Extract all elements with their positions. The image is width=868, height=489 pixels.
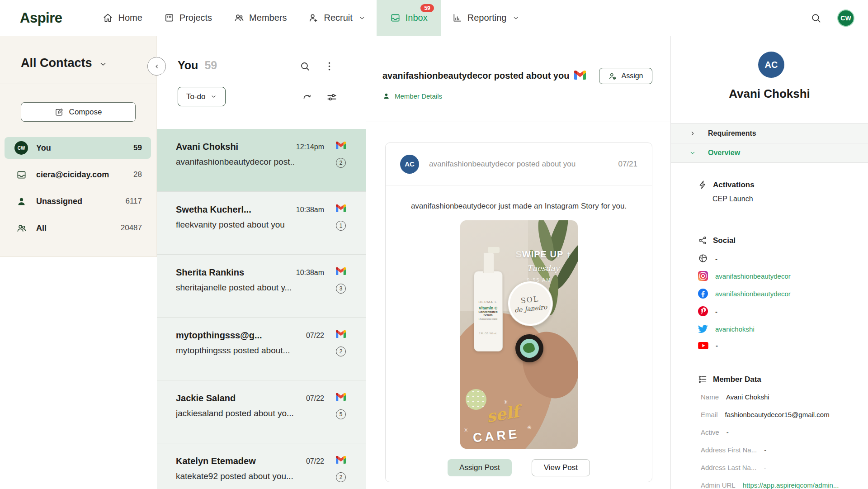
search-icon — [810, 12, 822, 24]
nav-label: Reporting — [467, 13, 507, 23]
divider — [0, 84, 156, 84]
section-label: Overview — [708, 149, 740, 157]
message-row[interactable]: mytopthingsss@g... 07/22 mytopthingsss p… — [157, 318, 366, 380]
mailbox-count: 59 — [133, 143, 142, 152]
sparkle: ✳ — [464, 427, 468, 433]
contacts-sidebar-inner: All Contacts Compose CW You 59 ciera@cic… — [0, 36, 157, 257]
social-link[interactable]: avanifashionbeautydecor — [715, 290, 791, 298]
filter-settings-button[interactable] — [326, 91, 338, 103]
social-link[interactable]: avanifashionbeautydecor — [715, 272, 791, 280]
social-row-instagram: avanifashionbeautydecor — [671, 271, 868, 281]
bolt-icon — [698, 180, 708, 190]
social-link[interactable]: avanichokshi — [715, 325, 755, 333]
nav-item-recruit[interactable]: Recruit — [297, 0, 376, 36]
mailbox-item-all[interactable]: All 20487 — [5, 217, 151, 239]
nav-item-projects[interactable]: Projects — [153, 0, 223, 36]
people-icon — [14, 223, 28, 233]
story-swipe-up-text: SWIPE UP ↑ — [516, 249, 571, 260]
gmail-icon — [574, 71, 586, 80]
avatar: AC — [758, 52, 784, 78]
chevron-down-icon — [359, 14, 366, 22]
compose-icon — [55, 108, 64, 117]
share-icon — [698, 236, 708, 245]
mailbox-item-you[interactable]: CW You 59 — [5, 137, 151, 159]
mailbox-item-ciera[interactable]: ciera@ciciday.com 28 — [5, 164, 151, 185]
view-post-button[interactable]: View Post — [532, 459, 590, 476]
top-nav: Aspire Home Projects Members Recruit I — [0, 0, 868, 36]
message-snippet: jackiesaland posted about yo... — [176, 408, 311, 418]
assign-button[interactable]: Assign — [599, 68, 652, 84]
member-data-row-admin-url: Admin URL https://app.aspireiqcom/admin.… — [671, 481, 868, 489]
message-list-header: You59 To-do — [157, 36, 366, 129]
user-avatar[interactable]: CW — [837, 9, 854, 27]
member-data-row-address-last: Address Last Na... - — [671, 464, 868, 471]
gmail-icon — [336, 267, 346, 275]
refresh-button[interactable] — [302, 91, 312, 102]
story-day-text: Tuesday — [527, 264, 560, 273]
todo-filter-label: To-do — [186, 92, 206, 101]
avatar: AC — [400, 155, 419, 174]
section-label: Requirements — [708, 129, 756, 138]
member-details-link[interactable]: Member Details — [382, 92, 442, 100]
sender-name: Jackie Saland — [176, 393, 302, 404]
nav-item-inbox[interactable]: Inbox 59 — [377, 0, 441, 36]
compose-label: Compose — [69, 108, 102, 117]
social-row-website: - — [671, 253, 868, 263]
admin-url-link[interactable]: https://app.aspireiqcom/admin... — [743, 481, 839, 489]
nav-item-members[interactable]: Members — [223, 0, 297, 36]
nav-label: Recruit — [324, 13, 352, 23]
message-row[interactable]: Jackie Saland 07/22 jackiesaland posted … — [157, 380, 366, 443]
globe-icon — [698, 253, 708, 263]
list-title: You59 — [178, 59, 217, 72]
message-time: 12:14pm — [296, 143, 324, 151]
gmail-icon — [336, 456, 346, 464]
member-data-header: Member Data — [671, 375, 868, 384]
message-time: 07/22 — [306, 394, 324, 403]
member-name: Avani Chokshi — [671, 87, 868, 101]
sender-name: Katelyn Etemadew — [176, 456, 302, 466]
mailbox-count: 28 — [133, 170, 142, 179]
section-requirements[interactable]: Requirements — [671, 123, 868, 143]
list-more-button[interactable] — [324, 61, 335, 72]
message-row[interactable]: Swetha Kucherl... 10:38am fleekvanity po… — [157, 192, 366, 255]
message-snippet: mytopthingsss posted about... — [176, 346, 311, 356]
avatar: CW — [14, 141, 28, 155]
sparkle: ✳ — [527, 424, 532, 431]
nav-item-reporting[interactable]: Reporting — [441, 0, 531, 36]
app-window: Aspire Home Projects Members Recruit I — [0, 0, 868, 489]
pinterest-icon — [698, 306, 708, 316]
global-search-button[interactable] — [810, 12, 822, 24]
message-row[interactable]: Sherita Rankins 10:38am sheritajanelle p… — [157, 255, 366, 318]
kanban-icon — [164, 13, 175, 23]
aspire-logo[interactable]: Aspire — [20, 10, 62, 26]
card-actions: Assign Post View Post — [386, 459, 652, 476]
todo-filter-dropdown[interactable]: To-do — [178, 87, 226, 106]
list-search-button[interactable] — [299, 61, 311, 72]
inbox-icon — [390, 13, 401, 23]
nav-item-home[interactable]: Home — [92, 0, 153, 36]
all-contacts-dropdown[interactable]: All Contacts — [0, 36, 156, 70]
social-value: - — [715, 255, 717, 262]
collapse-panel-button[interactable] — [147, 57, 166, 76]
serum-bottle: DERMA E Vitamin C Concentrated Serum Hya… — [474, 271, 503, 351]
compose-button[interactable]: Compose — [21, 102, 136, 122]
chevron-down-icon — [99, 60, 108, 69]
member-data-row-name: Name Avani Chokshi — [671, 393, 868, 401]
mailbox-item-unassigned[interactable]: Unassigned 6117 — [5, 190, 151, 212]
all-contacts-label: All Contacts — [21, 56, 92, 70]
kebab-menu-icon — [324, 61, 335, 72]
message-time: 07/22 — [306, 457, 324, 465]
mailbox-count: 20487 — [121, 223, 142, 233]
message-row[interactable]: Katelyn Etemadew 07/22 katekate92 posted… — [157, 443, 366, 489]
thread-count-badge: 3 — [336, 284, 346, 294]
message-row[interactable]: Avani Chokshi 12:14pm avanifashionbeauty… — [157, 129, 366, 192]
list-title-count: 59 — [204, 59, 217, 71]
thread-count-badge: 5 — [336, 409, 346, 419]
thread-count-badge: 1 — [336, 221, 346, 231]
assign-label: Assign — [621, 72, 643, 80]
section-overview[interactable]: Overview — [671, 143, 868, 163]
instagram-story-image: SWIPE UP ↑ Tuesday 9:55 AM DERMA E Vitam… — [460, 220, 578, 449]
assign-post-button[interactable]: Assign Post — [448, 459, 512, 476]
message-body-text: avanifashionbeautydecor just made an Ins… — [386, 202, 652, 211]
member-data-row-email: Email fashionbeautydecor15@gmail.com — [671, 411, 868, 418]
